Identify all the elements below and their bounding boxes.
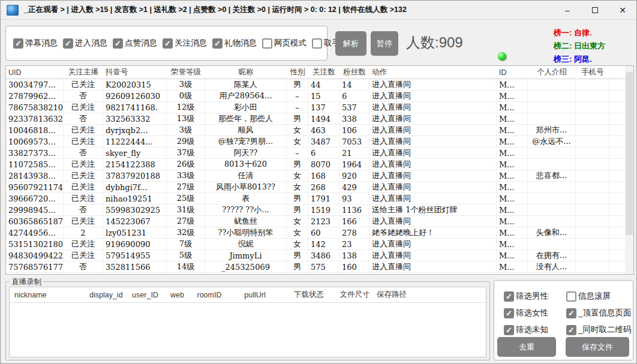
filter-checkbox[interactable]: ✓筛选未知 [504,324,561,335]
recording-column-header[interactable]: 文件尺寸 [336,290,374,300]
checkbox-checked-icon[interactable]: ✓ [504,325,514,335]
window-maximize-button[interactable] [581,1,609,20]
table-row[interactable]: 30034797...已关注K200203153级陈某人男4414进入直播间M.… [6,79,633,91]
table-row[interactable]: 27879962...否926091260300级用户289564...–156… [6,91,633,102]
checkbox-unchecked-icon[interactable] [566,291,576,302]
checkbox-checked-icon[interactable]: ✓ [163,38,173,49]
message-checkbox-label: 点赞消息 [125,38,157,49]
column-header[interactable]: 荣誉等级 [167,67,205,77]
column-header[interactable]: 昵称 [205,67,287,77]
table-scrollbar[interactable] [625,66,633,274]
checkbox-checked-icon[interactable]: ✓ [212,38,223,49]
column-header[interactable]: ID [497,68,528,77]
recording-column-header[interactable]: nickname [10,291,88,299]
table-row[interactable]: 11072585...已关注215412238826级8013十620男8070… [6,159,633,170]
checkbox-unchecked-icon[interactable] [262,38,272,49]
table-row[interactable]: 29998945...否5599830292531级????? ??小...男1… [6,204,633,216]
filter-checkbox[interactable]: 信息滚屏 [566,291,621,302]
column-header[interactable]: UID [6,68,64,77]
filter-checkbox[interactable]: ✓筛选女性 [504,308,561,318]
filter-checkbox[interactable]: ✓_同时取二维码 [566,324,621,335]
window-minimize-button[interactable]: – [554,1,581,20]
column-header[interactable]: 个人介绍 [528,67,576,77]
table-cell [609,182,626,192]
recording-column-header[interactable]: roomID [191,291,228,299]
table-cell: 已关注 [64,125,103,136]
table-cell: ????? ??小... [205,204,287,215]
table-cell [576,102,609,113]
table-cell: 悲喜都... [528,170,576,181]
column-header[interactable]: 粉丝数 [339,67,369,77]
table-cell: M... [497,91,528,101]
recording-table-header: nicknamedisplay_iduser_IDwebroomIDpullUr… [10,287,486,303]
message-checkbox[interactable]: ✓弹幕消息 [13,38,58,49]
column-header[interactable]: 动作 [369,67,497,77]
message-checkbox[interactable]: ✓进入消息 [63,38,107,49]
recording-column-header[interactable]: web [164,291,191,299]
table-row[interactable]: 95607921174已关注dybhgi7f...27级风雨小草8013??女2… [6,182,633,193]
recording-column-header[interactable]: 下载状态 [282,290,336,300]
message-checkbox[interactable]: ✓关注消息 [163,38,207,49]
message-checkbox[interactable]: ✓点赞消息 [113,38,157,49]
table-row[interactable]: 60365865187已关注14522306727级鱿鱼丝女2123166进入直… [6,216,633,227]
parse-button[interactable]: 解析 [335,31,366,56]
table-cell: 25级 [167,193,205,204]
recording-column-header[interactable]: 保存路径 [374,290,410,300]
scrollbar-thumb[interactable] [626,72,633,235]
checkbox-checked-icon[interactable]: ✓ [504,291,514,302]
table-cell: – [287,102,308,113]
recording-column-header[interactable]: display_id [88,291,127,299]
checkbox-checked-icon[interactable]: ✓ [63,38,73,49]
table-row[interactable]: 92337813632否33256333213级那些年，那些人男1494338进… [6,113,633,125]
checkbox-checked-icon[interactable]: ✓ [566,308,576,318]
window-close-button[interactable]: ✕ [609,1,636,20]
table-cell: M... [497,193,528,204]
checkbox-checked-icon[interactable]: ✓ [113,38,123,49]
table-cell: 1519 [308,204,339,215]
table-row[interactable]: 42744956...2lzy05123132级??小聪明特别笨女60278姥爷… [6,227,633,239]
message-checkbox[interactable]: 网页模式 [262,38,307,49]
checkbox-checked-icon[interactable]: ✓ [504,308,514,318]
table-cell [528,239,576,249]
table-cell [576,227,609,238]
filter-checkbox[interactable]: ✓筛选男性 [504,291,561,302]
table-row[interactable]: 33827373...否skyer_fly37级阿天??–621进入直播间M..… [6,148,633,159]
message-checkbox[interactable]: ✓礼物消息 [212,38,257,49]
column-header[interactable]: 抖音号 [103,67,167,77]
table-cell: 男 [287,261,308,272]
table-cell: 278 [339,227,369,238]
table-cell: 否 [64,204,103,215]
pause-button[interactable]: 暂停 [371,31,398,56]
column-header[interactable]: 手机号 [576,67,609,77]
table-cell: M... [497,250,528,261]
table-cell: 已关注 [64,239,103,249]
recording-column-header[interactable]: user_ID [127,291,164,299]
table-row[interactable]: 10069573...已关注11222444...29级@独?宠?男朋...女3… [6,136,633,148]
dedupe-button[interactable]: 去重 [497,337,556,357]
checkbox-unchecked-icon[interactable] [312,38,322,49]
table-cell [609,170,626,181]
column-header[interactable]: 关注数 [308,67,339,77]
table-row[interactable]: 75768576177否35281156614级_245325069男57516… [6,261,633,273]
table-cell: 已关注 [64,216,103,227]
save-file-button[interactable]: 保存文件 [566,337,629,357]
table-cell: M... [497,79,528,90]
table-row[interactable]: 94830499422已关注5795149555级JimmyLi男3486138… [6,250,633,261]
checkbox-checked-icon[interactable]: ✓ [566,325,576,335]
checkbox-checked-icon[interactable]: ✓ [13,38,23,49]
table-row[interactable]: 39666720...已关注nihao1925125级表男179193进入直播间… [6,193,633,204]
filter-checkbox[interactable]: ✓_顶置信息页面 [566,308,621,318]
table-cell: 78675838210 [6,102,64,113]
table-cell [528,159,576,170]
table-row[interactable]: 78675838210已关注9821741168.12级彩小田–137537进入… [6,102,633,113]
table-row[interactable]: 53151302180已关注9196900907级倪妮女14223进入直播间M.… [6,239,633,250]
table-cell: 任清 [205,170,287,181]
table-row[interactable]: 10046818...已关注dyrjxqb2...3级顺风女463106进入直播… [6,125,633,136]
table-cell: 3级 [167,125,205,136]
column-header[interactable]: 性别 [287,67,308,77]
table-row[interactable]: 28143938...已关注3783792018833级任清女168920进入直… [6,170,633,182]
table-cell: 男 [287,193,308,204]
table-cell [609,159,626,170]
recording-column-header[interactable]: pullUrl [228,291,282,299]
column-header[interactable]: 关注主播 [64,67,103,77]
